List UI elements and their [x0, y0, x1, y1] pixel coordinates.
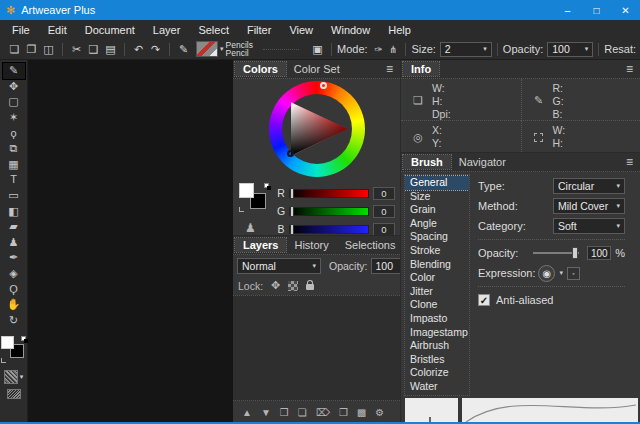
foreground-color-swatch[interactable]	[1, 336, 14, 349]
antialiased-checkbox[interactable]	[478, 294, 490, 306]
duplicate-layer-icon[interactable]: ❐	[339, 407, 348, 418]
menu-item-file[interactable]: File	[3, 24, 39, 36]
brush-category-angle[interactable]: Angle	[405, 217, 469, 231]
brush-category-size[interactable]: Size	[405, 190, 469, 204]
hand-tool[interactable]: ✋	[3, 297, 25, 313]
new-group-icon[interactable]: ❒	[280, 407, 289, 418]
green-value-field[interactable]: 0	[373, 205, 395, 218]
size-select[interactable]: 2 ▾	[440, 42, 492, 57]
lock-all-icon[interactable]	[306, 284, 314, 290]
undo-icon[interactable]: ↶	[130, 43, 147, 56]
expression-source-icon[interactable]: ◉	[538, 265, 555, 282]
save-document-icon[interactable]: ◫	[40, 43, 57, 56]
brush-category-spacing[interactable]: Spacing	[405, 230, 469, 244]
brush-category-stroke[interactable]: Stroke	[405, 244, 469, 258]
lock-position-icon[interactable]: ✥	[271, 279, 280, 292]
lock-transparency-icon[interactable]	[288, 281, 298, 291]
blue-slider-handle[interactable]	[290, 224, 294, 235]
brush-category-bristles[interactable]: Bristles	[405, 353, 469, 367]
redo-icon[interactable]: ↷	[147, 43, 164, 56]
brush-category-imagestamp[interactable]: Imagestamp	[405, 326, 469, 340]
delete-layer-icon[interactable]: ⌦	[316, 407, 330, 418]
brush-category-color[interactable]: Color	[405, 271, 469, 285]
paste-icon[interactable]: ▤	[102, 43, 119, 56]
panel-menu-icon[interactable]: ≡	[621, 62, 638, 76]
stamp-icon[interactable]: ♟	[245, 221, 275, 235]
brush-opacity-slider-handle[interactable]	[572, 247, 578, 259]
minimize-button[interactable]: –	[553, 0, 582, 20]
swap-colors-icon[interactable]	[1, 358, 6, 363]
brush-category-airbrush[interactable]: Airbrush	[405, 339, 469, 353]
open-document-icon[interactable]: ❐	[23, 43, 40, 56]
red-slider[interactable]	[289, 189, 369, 198]
paintbrush-tool[interactable]: ✎	[3, 63, 25, 79]
chevron-down-icon[interactable]: ▾	[559, 269, 563, 277]
zoom-tool[interactable]: Ϙ	[3, 281, 25, 297]
green-slider-handle[interactable]	[290, 206, 294, 217]
copy-icon[interactable]: ❑	[85, 43, 102, 56]
red-slider-handle[interactable]	[290, 188, 294, 199]
gradient-swatch[interactable]	[7, 389, 21, 399]
color-wheel[interactable]	[269, 81, 365, 177]
paint-bucket-tool[interactable]: ◈	[3, 266, 25, 282]
menu-item-window[interactable]: Window	[322, 24, 379, 36]
text-tool[interactable]: T	[3, 172, 25, 188]
menu-item-filter[interactable]: Filter	[238, 24, 280, 36]
layer-mask-icon[interactable]: ▩	[357, 407, 366, 418]
brush-category-jitter[interactable]: Jitter	[405, 285, 469, 299]
blend-mode-select[interactable]: Normal ▾	[237, 258, 321, 274]
blue-value-field[interactable]: 0	[373, 223, 395, 236]
tab-colors[interactable]: Colors	[235, 62, 286, 76]
clone-stamp-tool[interactable]: ♟	[3, 235, 25, 251]
rotate-canvas-tool[interactable]: ↻	[3, 313, 25, 329]
triangle-selector[interactable]	[287, 150, 294, 157]
expression-settings-button[interactable]: ▪	[567, 267, 580, 280]
shape-tool[interactable]: ▭	[3, 188, 25, 204]
brush-opacity-slider[interactable]	[533, 252, 579, 254]
chevron-down-icon[interactable]: ▾	[20, 373, 24, 381]
hue-ring-selector[interactable]	[320, 82, 327, 89]
brush-opacity-field[interactable]: 100	[587, 246, 611, 260]
table-tool[interactable]: ▦	[3, 157, 25, 173]
tab-layers[interactable]: Layers	[235, 238, 286, 252]
panel-toggle-icon[interactable]: ▣	[309, 43, 326, 56]
gradient-tool[interactable]: ◧	[3, 203, 25, 219]
cut-icon[interactable]: ✂	[68, 43, 85, 56]
brush-category-grain[interactable]: Grain	[405, 203, 469, 217]
menu-item-document[interactable]: Document	[76, 24, 144, 36]
menu-item-layer[interactable]: Layer	[144, 24, 190, 36]
erase-mode-icon[interactable]: ⋔	[389, 44, 397, 55]
rect-select-tool[interactable]: ▢	[3, 94, 25, 110]
new-document-icon[interactable]: ❏	[6, 43, 23, 56]
eyedropper-tool[interactable]: ✒	[3, 250, 25, 266]
crop-tool[interactable]: ⧉	[3, 141, 25, 157]
move-layer-down-icon[interactable]: ▼	[261, 407, 271, 418]
panel-menu-icon[interactable]: ≡	[621, 155, 638, 169]
tab-navigator[interactable]: Navigator	[451, 155, 514, 169]
layer-options-icon[interactable]: ⚙	[375, 407, 384, 418]
eraser-tool[interactable]: ▰	[3, 219, 25, 235]
pattern-swatch[interactable]	[4, 370, 18, 384]
menu-item-view[interactable]: View	[280, 24, 322, 36]
default-colors-icon[interactable]	[264, 183, 269, 188]
brush-subcategory-select[interactable]: Soft ▾	[553, 218, 625, 234]
lasso-tool[interactable]: ϙ	[3, 125, 25, 141]
green-slider[interactable]	[289, 207, 369, 216]
brush-preset-caret-icon[interactable]: ▾	[220, 45, 224, 53]
brush-category-clone[interactable]: Clone	[405, 298, 469, 312]
panel-menu-icon[interactable]: ≡	[381, 62, 398, 76]
brush-category-water[interactable]: Water	[405, 380, 469, 394]
swap-colors-icon[interactable]	[239, 207, 244, 212]
red-value-field[interactable]: 0	[373, 187, 395, 200]
brush-method-select[interactable]: Mild Cover ▾	[553, 198, 625, 214]
tab-selections[interactable]: Selections	[337, 238, 404, 252]
tab-color-set[interactable]: Color Set	[286, 62, 348, 76]
new-layer-icon[interactable]: ❏	[298, 407, 307, 418]
tab-history[interactable]: History	[286, 238, 336, 252]
layers-list[interactable]	[233, 295, 400, 401]
brush-tool-icon[interactable]: ✎	[175, 43, 192, 56]
menu-item-edit[interactable]: Edit	[39, 24, 76, 36]
menu-item-select[interactable]: Select	[189, 24, 238, 36]
foreground-color-swatch[interactable]	[239, 183, 254, 198]
menu-item-help[interactable]: Help	[379, 24, 420, 36]
